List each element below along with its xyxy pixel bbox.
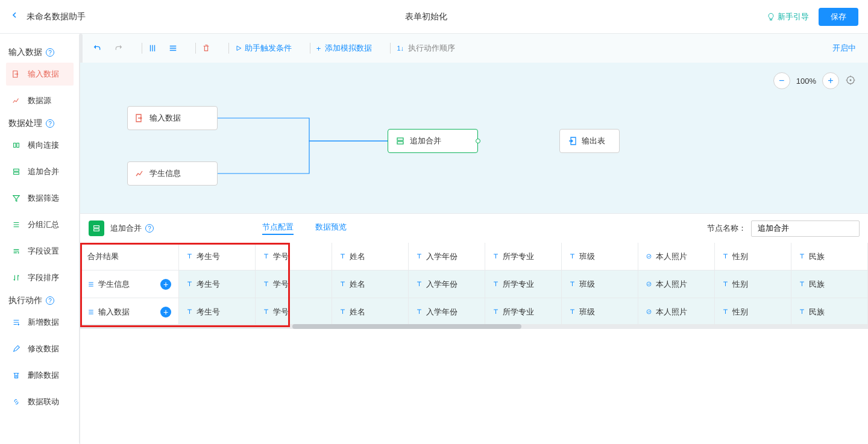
help-icon[interactable]: ? (145, 224, 154, 233)
column-header[interactable]: 班级 (562, 243, 638, 270)
node-name-input[interactable] (751, 220, 860, 237)
text-icon (569, 308, 576, 315)
text-icon (416, 308, 423, 315)
status-label: 开启中 (832, 43, 856, 54)
image-icon (646, 253, 652, 260)
section-process-title: 数据处理? (8, 118, 74, 129)
node-port[interactable] (476, 139, 480, 143)
sidebar-item-delete[interactable]: 删除数据 (6, 364, 74, 387)
undo-button[interactable] (92, 43, 102, 53)
chart-icon (12, 96, 22, 105)
text-icon (186, 308, 193, 315)
svg-point-4 (850, 79, 852, 81)
scrollbar-horizontal[interactable] (80, 324, 868, 329)
sidebar-item-append[interactable]: 追加合并 (6, 160, 74, 183)
column-header[interactable]: 所学专业 (485, 243, 562, 270)
text-icon (339, 308, 346, 315)
svg-rect-0 (14, 169, 19, 172)
field-cell[interactable]: 姓名 (332, 298, 409, 326)
source-row[interactable]: 学生信息+ (80, 270, 179, 298)
add-mock-button[interactable]: + 添加模拟数据 (316, 43, 373, 54)
node-output[interactable]: 输出表 (559, 129, 620, 153)
zoom-controls: − 100% + (773, 72, 856, 89)
field-cell[interactable]: 本人照片 (638, 298, 715, 326)
sidebar-item-modify[interactable]: 修改数据 (6, 337, 74, 360)
hjoin-icon (12, 141, 22, 149)
column-header[interactable]: 入学年份 (409, 243, 485, 270)
exec-order-button[interactable]: 1↓ 执行动作顺序 (397, 43, 455, 54)
add-data-icon (12, 318, 22, 327)
text-icon (416, 281, 423, 287)
tab-preview[interactable]: 数据预览 (315, 222, 347, 235)
sidebar-item-datasource[interactable]: 数据源 (6, 89, 74, 112)
sidebar-item-sort[interactable]: 字段排序 (6, 266, 74, 289)
trigger-button[interactable]: 助手触发条件 (235, 43, 292, 54)
field-cell[interactable]: 入学年份 (409, 298, 485, 326)
column-header[interactable]: 姓名 (332, 243, 409, 270)
sidebar: 输入数据? 输入数据 数据源 数据处理? 横向连接 追加合并 数据筛选 分组汇总… (0, 34, 80, 444)
sidebar-item-field[interactable]: 字段设置 (6, 240, 74, 263)
add-icon[interactable]: + (160, 307, 171, 317)
sidebar-item-group[interactable]: 分组汇总 (6, 213, 74, 236)
flow-canvas[interactable]: − 100% + 输入数据 学生信息 追加合并 输出表 (80, 63, 868, 213)
field-cell[interactable]: 民族 (791, 298, 868, 326)
node-name-label: 节点名称： (707, 223, 746, 234)
trash-icon (12, 371, 22, 380)
add-icon[interactable]: + (160, 279, 171, 290)
column-header[interactable]: 学号 (256, 243, 332, 270)
field-cell[interactable]: 民族 (791, 270, 868, 298)
sidebar-item-hjoin[interactable]: 横向连接 (6, 134, 74, 157)
help-icon[interactable]: ? (46, 119, 54, 128)
column-header[interactable]: 考生号 (179, 243, 256, 270)
config-panel: 追加合并 ? 节点配置 数据预览 节点名称： 合并结果考生号学号姓名入学年份所学… (80, 213, 868, 444)
field-cell[interactable]: 所学专业 (485, 298, 562, 326)
canvas-toolbar: 助手触发条件 + 添加模拟数据 1↓ 执行动作顺序 开启中 (80, 34, 868, 63)
column-header[interactable]: 民族 (791, 243, 868, 270)
delete-button[interactable] (202, 44, 210, 52)
field-cell[interactable]: 考生号 (179, 298, 256, 326)
tab-config[interactable]: 节点配置 (262, 222, 294, 235)
save-button[interactable]: 保存 (819, 8, 858, 26)
field-cell[interactable]: 性别 (715, 270, 791, 298)
link-icon (12, 398, 22, 406)
field-cell[interactable]: 姓名 (332, 270, 409, 298)
align-v-button[interactable] (148, 44, 157, 52)
node-student[interactable]: 学生信息 (127, 161, 218, 186)
field-cell[interactable]: 学号 (256, 298, 332, 326)
guide-button[interactable]: 新手引导 (767, 11, 809, 22)
field-cell[interactable]: 班级 (562, 298, 638, 326)
redo-button[interactable] (114, 43, 124, 53)
text-icon (799, 281, 805, 287)
zoom-level: 100% (796, 77, 816, 86)
field-cell[interactable]: 学号 (256, 270, 332, 298)
fit-button[interactable] (845, 75, 856, 87)
field-icon (12, 247, 22, 255)
text-icon (722, 281, 729, 287)
help-icon[interactable]: ? (46, 296, 54, 305)
field-cell[interactable]: 本人照片 (638, 270, 715, 298)
help-icon[interactable]: ? (46, 48, 54, 57)
sidebar-item-link[interactable]: 数据联动 (6, 390, 74, 413)
field-cell[interactable]: 入学年份 (409, 270, 485, 298)
page-title: 表单初始化 (86, 11, 767, 22)
column-header[interactable]: 本人照片 (638, 243, 715, 270)
field-cell[interactable]: 考生号 (179, 270, 256, 298)
field-cell[interactable]: 班级 (562, 270, 638, 298)
source-row[interactable]: 输入数据+ (80, 298, 179, 326)
zoom-in-button[interactable]: + (822, 72, 839, 89)
svg-point-2 (17, 252, 19, 254)
node-input[interactable]: 输入数据 (127, 106, 218, 130)
sidebar-item-input-data[interactable]: 输入数据 (6, 63, 74, 86)
align-h-button[interactable] (169, 44, 177, 52)
text-icon (799, 253, 805, 260)
zoom-out-button[interactable]: − (773, 72, 790, 89)
sidebar-item-filter[interactable]: 数据筛选 (6, 187, 74, 210)
svg-rect-1 (14, 172, 19, 175)
node-append[interactable]: 追加合并 (388, 129, 478, 153)
sidebar-item-add[interactable]: 新增数据 (6, 311, 74, 334)
field-cell[interactable]: 所学专业 (485, 270, 562, 298)
back-icon[interactable] (10, 10, 19, 23)
app-header: 未命名数据助手 表单初始化 新手引导 保存 (0, 0, 868, 34)
field-cell[interactable]: 性别 (715, 298, 791, 326)
column-header[interactable]: 性别 (715, 243, 791, 270)
